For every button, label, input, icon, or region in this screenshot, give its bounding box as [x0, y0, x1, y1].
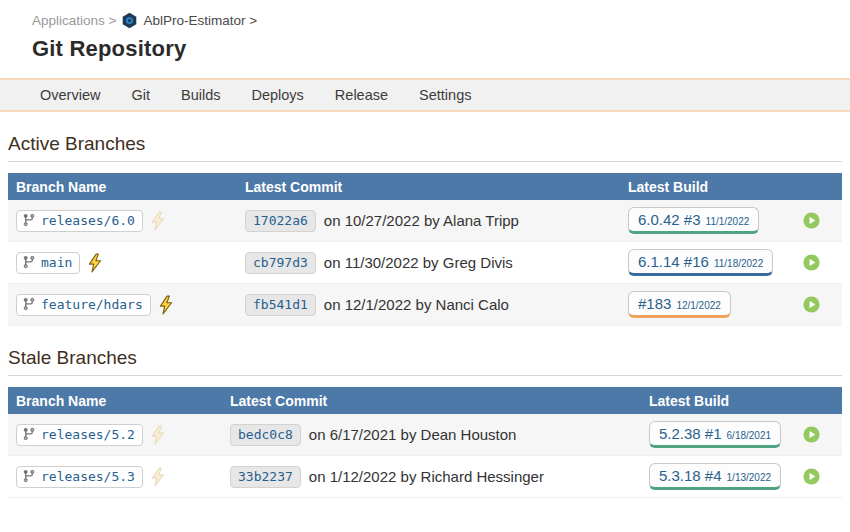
- git-branch-icon: [22, 297, 36, 311]
- breadcrumb: Applications > AblPro-Estimator >: [0, 0, 850, 29]
- branch-cell: main: [8, 252, 237, 274]
- branch-name: releases/5.2: [41, 427, 135, 442]
- section-title-active-branches: Active Branches: [8, 133, 842, 161]
- table-row: releases/5.2 bedc0c8 on 6/17/2021 by Dea…: [8, 414, 842, 456]
- build-label: 5.2.38 #1: [659, 425, 722, 442]
- commit-text: on 10/27/2022 by Alana Tripp: [324, 212, 519, 229]
- build-label: 6.1.14 #16: [638, 253, 709, 270]
- run-build-button[interactable]: [803, 468, 820, 485]
- column-header-latest-build: Latest Build: [620, 179, 842, 195]
- tab-builds[interactable]: Builds: [181, 87, 221, 103]
- tab-settings[interactable]: Settings: [419, 87, 471, 103]
- column-header-branch-name: Branch Name: [8, 179, 237, 195]
- commit-cell: bedc0c8 on 6/17/2021 by Dean Houston: [222, 424, 641, 446]
- column-header-latest-commit: Latest Commit: [222, 393, 641, 409]
- commit-cell: fb541d1 on 12/1/2022 by Nanci Calo: [237, 294, 620, 316]
- table-row: releases/5.3 33b2237 on 1/12/2022 by Ric…: [8, 456, 842, 498]
- lightning-icon[interactable]: [149, 211, 167, 231]
- branch-cell: releases/6.0: [8, 210, 237, 232]
- commit-hash-badge[interactable]: cb797d3: [245, 252, 316, 274]
- build-cell: 5.2.38 #1 6/18/2021: [641, 421, 842, 448]
- branch-name: releases/6.0: [41, 213, 135, 228]
- git-branch-icon: [22, 469, 36, 483]
- build-date: 6/18/2021: [727, 430, 772, 441]
- table-row: main cb797d3 on 11/30/2022 by Greg Divis…: [8, 242, 842, 284]
- table-row: releases/6.0 17022a6 on 10/27/2022 by Al…: [8, 200, 842, 242]
- commit-cell: 33b2237 on 1/12/2022 by Richard Hessinge…: [222, 466, 641, 488]
- branch-badge[interactable]: releases/5.3: [16, 466, 143, 488]
- column-header-latest-commit: Latest Commit: [237, 179, 620, 195]
- commit-text: on 6/17/2021 by Dean Houston: [309, 426, 517, 443]
- table-row: feature/hdars fb541d1 on 12/1/2022 by Na…: [8, 284, 842, 326]
- tab-git[interactable]: Git: [131, 87, 150, 103]
- section-title-stale-branches: Stale Branches: [8, 347, 842, 375]
- branch-badge[interactable]: releases/5.2: [16, 424, 143, 446]
- commit-hash-badge[interactable]: 33b2237: [230, 466, 301, 488]
- section-divider: [8, 161, 842, 162]
- play-icon: [803, 426, 820, 443]
- commit-hash-badge[interactable]: fb541d1: [245, 294, 316, 316]
- commit-text: on 12/1/2022 by Nanci Calo: [324, 296, 509, 313]
- commit-cell: 17022a6 on 10/27/2022 by Alana Tripp: [237, 210, 620, 232]
- branch-name: releases/5.3: [41, 469, 135, 484]
- play-icon: [803, 468, 820, 485]
- build-cell: 6.0.42 #3 11/1/2022: [620, 207, 842, 234]
- build-badge[interactable]: #183 12/1/2022: [628, 291, 731, 318]
- breadcrumb-project[interactable]: AblPro-Estimator >: [143, 13, 257, 28]
- commit-text: on 11/30/2022 by Greg Divis: [324, 254, 513, 271]
- git-branch-icon: [22, 213, 36, 227]
- app-hexagon-icon: [121, 12, 138, 29]
- table-header-row: Branch Name Latest Commit Latest Build: [8, 387, 842, 414]
- page: Applications > AblPro-Estimator > Git Re…: [0, 0, 850, 532]
- tab-bar: Overview Git Builds Deploys Release Sett…: [0, 78, 850, 112]
- column-header-latest-build: Latest Build: [641, 393, 842, 409]
- commit-cell: cb797d3 on 11/30/2022 by Greg Divis: [237, 252, 620, 274]
- branch-badge[interactable]: main: [16, 252, 80, 274]
- tab-release[interactable]: Release: [335, 87, 388, 103]
- build-badge[interactable]: 6.0.42 #3 11/1/2022: [628, 207, 759, 234]
- branch-badge[interactable]: releases/6.0: [16, 210, 143, 232]
- build-badge[interactable]: 6.1.14 #16 11/18/2022: [628, 249, 773, 276]
- run-build-button[interactable]: [803, 254, 820, 271]
- lightning-icon[interactable]: [86, 253, 104, 273]
- active-branches-table: Branch Name Latest Commit Latest Build r…: [8, 173, 842, 326]
- git-branch-icon: [22, 255, 36, 269]
- commit-hash-badge[interactable]: bedc0c8: [230, 424, 301, 446]
- lightning-icon[interactable]: [149, 467, 167, 487]
- run-build-button[interactable]: [803, 212, 820, 229]
- run-build-button[interactable]: [803, 296, 820, 313]
- tab-deploys[interactable]: Deploys: [251, 87, 303, 103]
- branch-name: feature/hdars: [41, 297, 143, 312]
- play-icon: [803, 254, 820, 271]
- build-badge[interactable]: 5.2.38 #1 6/18/2021: [649, 421, 781, 448]
- build-cell: 5.3.18 #4 1/13/2022: [641, 463, 842, 490]
- section-divider: [8, 375, 842, 376]
- branch-cell: releases/5.2: [8, 424, 222, 446]
- build-date: 1/13/2022: [727, 472, 772, 483]
- build-cell: #183 12/1/2022: [620, 291, 842, 318]
- branch-badge[interactable]: feature/hdars: [16, 294, 151, 316]
- branch-cell: releases/5.3: [8, 466, 222, 488]
- page-title: Git Repository: [32, 36, 850, 62]
- branch-cell: feature/hdars: [8, 294, 237, 316]
- tab-overview[interactable]: Overview: [40, 87, 100, 103]
- branch-name: main: [41, 255, 72, 270]
- column-header-branch-name: Branch Name: [8, 393, 222, 409]
- breadcrumb-applications[interactable]: Applications >: [32, 13, 116, 28]
- build-date: 11/18/2022: [714, 258, 763, 269]
- play-icon: [803, 212, 820, 229]
- build-badge[interactable]: 5.3.18 #4 1/13/2022: [649, 463, 781, 490]
- table-header-row: Branch Name Latest Commit Latest Build: [8, 173, 842, 200]
- lightning-icon[interactable]: [157, 295, 175, 315]
- build-label: 6.0.42 #3: [638, 211, 701, 228]
- commit-hash-badge[interactable]: 17022a6: [245, 210, 316, 232]
- build-label: 5.3.18 #4: [659, 467, 722, 484]
- build-label: #183: [638, 295, 671, 312]
- play-icon: [803, 296, 820, 313]
- run-build-button[interactable]: [803, 426, 820, 443]
- build-cell: 6.1.14 #16 11/18/2022: [620, 249, 842, 276]
- commit-text: on 1/12/2022 by Richard Hessinger: [309, 468, 544, 485]
- build-date: 11/1/2022: [706, 216, 750, 227]
- stale-branches-table: Branch Name Latest Commit Latest Build r…: [8, 387, 842, 498]
- lightning-icon[interactable]: [149, 425, 167, 445]
